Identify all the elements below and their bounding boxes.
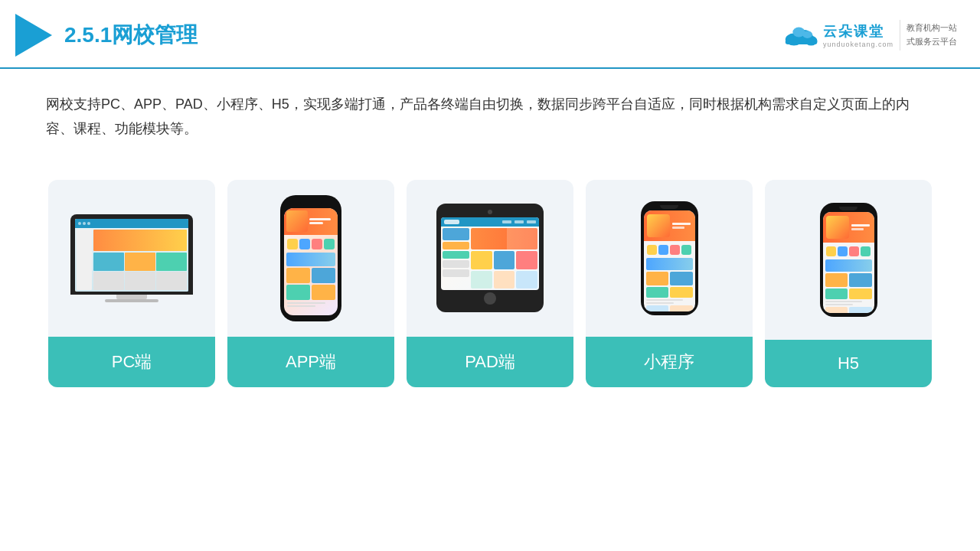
description-text: 网校支持PC、APP、PAD、小程序、H5，实现多端打通，产品各终端自由切换，数… [0,69,980,157]
platform-cards: PC端 [0,165,980,403]
app-phone-mockup [280,195,341,321]
brand-tagline: 教育机构一站 式服务云平台 [906,21,957,48]
card-pad: PAD端 [407,180,573,387]
header: 2.5.1网校管理 云朵课堂 yunduoketang.com 教育机构一站 式… [0,0,980,69]
card-app-label: APP端 [227,337,394,387]
tablet-mockup [436,204,544,312]
pc-mockup [70,214,193,302]
card-pc-image [48,180,215,337]
brand-name: 云朵课堂 yunduoketang.com [823,22,893,48]
card-h5: H5 [765,180,932,387]
card-pad-label: PAD端 [407,337,573,387]
logo-triangle-icon [15,14,52,57]
miniprogram-phone-mockup [641,201,698,315]
card-h5-image [765,180,932,340]
card-app-image [227,180,394,337]
card-miniprogram-image [586,180,753,337]
brand-logo: 云朵课堂 yunduoketang.com 教育机构一站 式服务云平台 [782,20,957,51]
card-pc-label: PC端 [48,337,215,387]
page-title: 2.5.1网校管理 [64,21,198,50]
svg-rect-3 [786,40,818,44]
card-pad-image [407,180,573,337]
card-h5-label: H5 [765,340,932,387]
svg-point-5 [802,31,812,38]
card-miniprogram-label: 小程序 [586,337,753,387]
card-app: APP端 [227,180,394,387]
h5-phone-mockup [820,203,877,317]
brand-divider [900,20,900,51]
header-left: 2.5.1网校管理 [15,14,198,57]
card-pc: PC端 [48,180,215,387]
cloud-svg-icon [782,23,818,47]
brand-icon: 云朵课堂 yunduoketang.com [782,22,893,48]
card-miniprogram: 小程序 [586,180,753,387]
